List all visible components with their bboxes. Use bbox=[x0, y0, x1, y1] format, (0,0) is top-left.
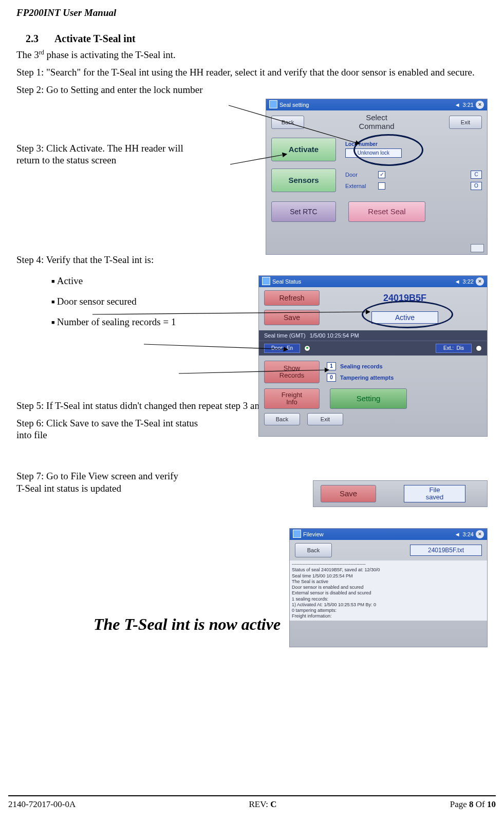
external-checkbox[interactable] bbox=[378, 182, 385, 190]
back-button[interactable]: Back bbox=[264, 413, 300, 425]
freight-l2: Info bbox=[265, 399, 319, 406]
door-status-chip: Door: En bbox=[264, 344, 300, 353]
ext-status-chip: Ext.: Dis bbox=[436, 344, 472, 353]
tampering-count: 0 bbox=[327, 373, 336, 382]
sealing-label: Sealing records bbox=[340, 363, 383, 369]
door-checkbox[interactable]: ✓ bbox=[378, 171, 385, 178]
active-status-box: Active bbox=[371, 311, 438, 324]
show-records-button[interactable]: Show Records bbox=[264, 361, 320, 383]
set-rtc-button[interactable]: Set RTC bbox=[271, 201, 336, 222]
exit-button[interactable]: Exit bbox=[449, 116, 482, 129]
step1: Step 1: "Search" for the T-Seal int usin… bbox=[16, 66, 488, 79]
seal-status-screenshot: Seal Status 3:22× Refresh 24019B5F Save … bbox=[258, 275, 488, 437]
file-line: 0 tampering attempts: bbox=[292, 608, 485, 613]
section-title: Activate T-Seal int bbox=[54, 33, 136, 44]
speaker-icon bbox=[455, 99, 461, 110]
reset-seal-button[interactable]: Reset Seal bbox=[348, 201, 425, 222]
file-saved-l1: File bbox=[404, 487, 465, 494]
back-button[interactable]: Back bbox=[295, 543, 332, 557]
fileview-title: Fileview bbox=[303, 531, 324, 537]
footer-rule bbox=[8, 795, 496, 796]
tampering-label: Tampering attempts bbox=[340, 375, 394, 381]
close-icon[interactable]: × bbox=[476, 530, 484, 538]
file-saved-box: File saved bbox=[404, 485, 465, 502]
setting-button[interactable]: Setting bbox=[330, 388, 407, 409]
footer-mid: REV: C bbox=[249, 799, 277, 810]
activate-button[interactable]: Activate bbox=[271, 138, 336, 161]
file-line: Status of seal 24019B5F, saved at: 12/30… bbox=[292, 567, 485, 573]
filename-box: 24019B5F.txt bbox=[410, 545, 482, 556]
win-icon bbox=[269, 100, 277, 108]
door-c-box[interactable]: C bbox=[471, 171, 482, 179]
file-line: Freight information: bbox=[292, 613, 485, 619]
seal-id: 24019B5F bbox=[328, 293, 482, 304]
sealing-count: 1 bbox=[327, 362, 336, 370]
fileview-screenshot: Fileview 3:24× Back 24019B5F.txt -------… bbox=[289, 528, 488, 647]
seal-time-label: Seal time (GMT) bbox=[264, 332, 306, 339]
clock-time: 3:24 bbox=[463, 529, 474, 540]
step4: Step 4: Verify that the T-Seal int is: bbox=[16, 254, 488, 266]
save-button[interactable]: Save bbox=[264, 310, 320, 325]
seal-time-value: 1/5/00 10:25:54 PM bbox=[310, 332, 359, 339]
door-radio bbox=[304, 345, 310, 351]
win-icon bbox=[262, 277, 270, 285]
file-line: The Seal is active bbox=[292, 579, 485, 585]
section-heading: 2.3 Activate T-Seal int bbox=[16, 33, 488, 45]
show-records-l1: Show bbox=[265, 365, 319, 372]
file-line: 1) Activated At: 1/5/00 10:25:53 PM By: … bbox=[292, 602, 485, 608]
speaker-icon bbox=[455, 276, 461, 287]
footer: 2140-72017-00-0A REV: C Page 8 Of 10 bbox=[8, 799, 496, 810]
seal-setting-titlebar: Seal setting 3:21× bbox=[266, 99, 487, 110]
bullet-active-text: Active bbox=[57, 275, 83, 286]
save-strip-screenshot: Save File saved bbox=[313, 480, 488, 507]
running-header: FP200INT User Manual bbox=[16, 7, 116, 18]
lock-number-label: Lock number bbox=[345, 141, 482, 147]
save-button[interactable]: Save bbox=[321, 485, 376, 502]
select-command-l1: Select bbox=[310, 114, 443, 122]
bullet-door-text: Door sensor secured bbox=[57, 296, 137, 307]
back-button[interactable]: Back bbox=[271, 116, 304, 129]
file-line: External sensor is disabled and scured bbox=[292, 590, 485, 596]
external-label: External bbox=[345, 183, 374, 189]
exit-button[interactable]: Exit bbox=[307, 413, 343, 425]
seal-setting-title: Seal setting bbox=[279, 102, 309, 108]
step2: Step 2: Go to Setting and enter the lock… bbox=[16, 84, 488, 96]
file-line: ----------------------------------------… bbox=[292, 562, 485, 567]
keyboard-icon[interactable] bbox=[471, 244, 484, 252]
file-line: 1 sealing records: bbox=[292, 596, 485, 602]
file-line: Door sensor is enabled and scured bbox=[292, 585, 485, 590]
freight-l1: Freight bbox=[265, 391, 319, 399]
footer-left: 2140-72017-00-0A bbox=[8, 799, 76, 810]
file-saved-l2: saved bbox=[404, 494, 465, 501]
door-label: Door bbox=[345, 172, 374, 178]
seal-status-title: Seal Status bbox=[272, 278, 301, 285]
external-o-box[interactable]: O bbox=[471, 182, 482, 190]
file-line: Seal time 1/5/00 10:25:54 PM bbox=[292, 573, 485, 579]
close-icon[interactable]: × bbox=[476, 101, 484, 109]
clock-time: 3:21 bbox=[463, 99, 474, 110]
win-icon bbox=[293, 530, 301, 538]
footer-right: Page 8 Of 10 bbox=[450, 799, 496, 810]
refresh-button[interactable]: Refresh bbox=[264, 290, 320, 306]
file-content: ----------------------------------------… bbox=[290, 560, 487, 621]
select-command-l2: Command bbox=[310, 122, 443, 131]
section-number: 2.3 bbox=[26, 33, 52, 45]
seal-setting-screenshot: Seal setting 3:21× Back Select Command E… bbox=[266, 99, 488, 255]
clock-time: 3:22 bbox=[463, 276, 474, 287]
fileview-titlebar: Fileview 3:24× bbox=[290, 529, 487, 540]
close-icon[interactable]: × bbox=[476, 277, 484, 286]
seal-status-titlebar: Seal Status 3:22× bbox=[259, 276, 487, 287]
sensors-button[interactable]: Sensors bbox=[271, 169, 336, 192]
bullet-records-text: Number of sealing records = 1 bbox=[57, 316, 176, 327]
lock-number-input[interactable]: Unknown lock bbox=[345, 148, 402, 158]
freight-info-button[interactable]: Freight Info bbox=[264, 388, 320, 409]
intro-line: The 3rd phase is activating the T-Seal i… bbox=[16, 49, 488, 61]
ext-radio bbox=[476, 345, 482, 351]
show-records-l2: Records bbox=[265, 372, 319, 379]
speaker-icon bbox=[455, 529, 461, 540]
